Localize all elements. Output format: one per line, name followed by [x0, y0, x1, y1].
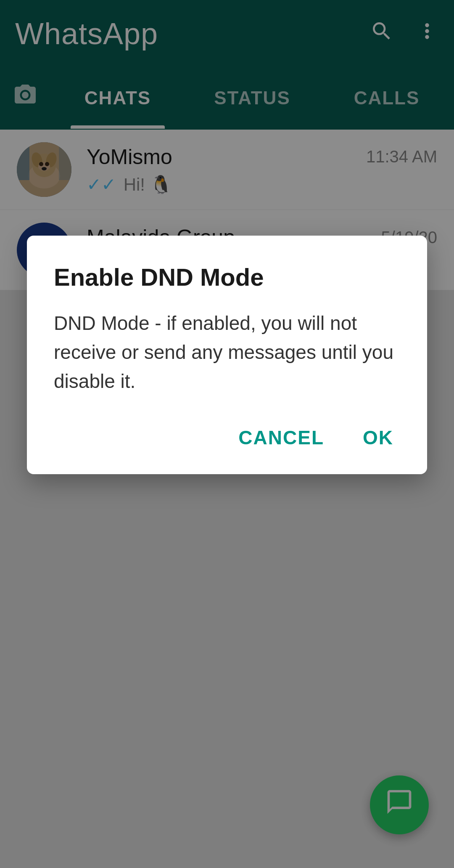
dialog-message: DND Mode - if enabled, you will not rece… — [54, 309, 400, 396]
dialog-buttons: CANCEL OK — [54, 421, 400, 454]
cancel-button[interactable]: CANCEL — [232, 421, 331, 454]
dialog-title: Enable DND Mode — [54, 263, 400, 292]
dnd-dialog: Enable DND Mode DND Mode - if enabled, y… — [27, 236, 427, 474]
ok-button[interactable]: OK — [356, 421, 400, 454]
